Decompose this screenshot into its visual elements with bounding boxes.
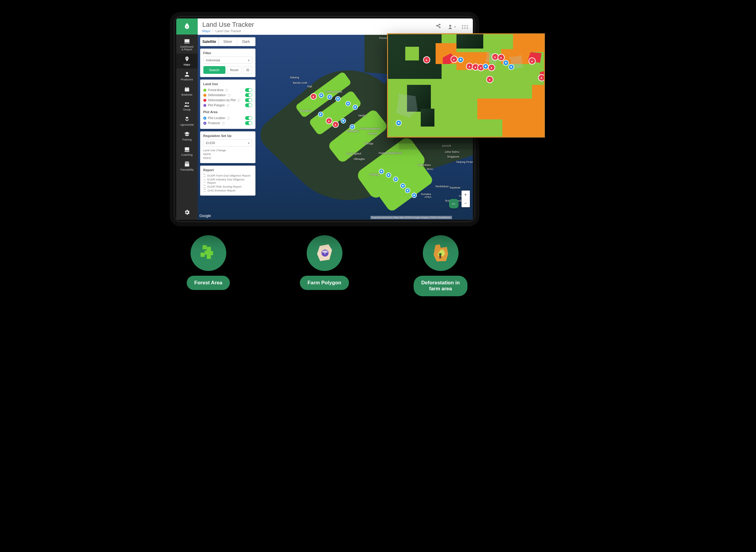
info-icon[interactable]: i (226, 104, 230, 107)
download-icon (203, 180, 206, 182)
tile-tab-satellite[interactable]: Satellite (200, 37, 218, 46)
regulation-option[interactable]: NDPE (203, 152, 252, 156)
reset-button[interactable]: Reset (227, 66, 242, 74)
filter-sliders-button[interactable] (243, 66, 252, 74)
nav-traceability[interactable]: Traceability (176, 159, 198, 173)
map-pin-plot[interactable] (319, 93, 324, 98)
map-pin-plot[interactable] (393, 176, 399, 182)
map-pin-alert[interactable] (332, 121, 339, 128)
info-icon[interactable]: i (222, 122, 225, 125)
nav-dashboard[interactable]: Dashboard & Report (176, 36, 198, 53)
map-pin-plot[interactable] (405, 188, 410, 193)
inset-pin-alert[interactable] (528, 57, 536, 64)
search-button[interactable]: Search (203, 66, 225, 74)
report-label: EUDR Farm Due Diligence Report (207, 174, 251, 177)
inset-pin-plot[interactable] (396, 120, 402, 126)
regulation-option[interactable]: Land Use Change (203, 148, 252, 152)
plotarea-toggle[interactable] (245, 121, 252, 125)
download-icon (203, 189, 206, 192)
city-label: Sidikalang (346, 130, 359, 133)
chat-button[interactable]: ••• (449, 199, 459, 209)
map-pin-alert[interactable] (326, 118, 332, 124)
landuse-toggle[interactable] (245, 103, 252, 107)
report-row[interactable]: EUDR Farm Due Diligence Report (203, 173, 252, 177)
svg-rect-2 (204, 251, 209, 255)
inset-pin-alert[interactable] (538, 74, 545, 81)
nav-training[interactable]: Training (176, 129, 198, 143)
map-pin-plot[interactable] (341, 118, 346, 124)
tile-style-tabs: Satellite Silver Dark (200, 37, 256, 46)
inset-pin-alert[interactable] (423, 56, 430, 63)
user-icon[interactable]: ▾ (447, 24, 456, 30)
info-icon[interactable]: i (227, 117, 230, 120)
map-pin-plot[interactable] (352, 105, 358, 110)
city-label: Parapat (368, 132, 377, 135)
zoom-in-button[interactable]: + (462, 190, 470, 199)
report-row[interactable]: EUDR Risk Scoring Report (203, 184, 252, 188)
inset-pin-plot[interactable] (503, 60, 509, 66)
map-pin-plot[interactable] (412, 193, 417, 198)
city-label: Singapore (447, 155, 459, 158)
zoom-out-button[interactable]: − (462, 199, 470, 207)
inset-pin-alert[interactable] (451, 56, 458, 63)
info-icon[interactable]: i (228, 94, 231, 97)
report-row[interactable]: GHG Emission Report (203, 188, 252, 192)
map-pin-plot[interactable] (386, 172, 391, 178)
map-pin-plot[interactable] (318, 112, 323, 117)
report-row[interactable]: EUDR Industry Due Diligence Report (203, 177, 252, 184)
regulation-select[interactable]: EUDR (203, 139, 252, 146)
landuse-label: Plot Polygon (208, 104, 225, 107)
map-pin-plot[interactable] (345, 101, 351, 106)
nav-agronomist[interactable]: Agronomist (176, 114, 198, 129)
svg-rect-0 (202, 245, 207, 249)
report-label: EUDR Risk Scoring Report (207, 185, 242, 188)
city-label: Pekanbaru (418, 163, 431, 166)
inset-map[interactable] (387, 33, 545, 138)
plotarea-toggle[interactable] (245, 116, 252, 120)
card-filter: Filter Indonesia Search Reset (200, 48, 256, 77)
landuse-toggle[interactable] (245, 93, 252, 97)
landuse-toggle[interactable] (245, 98, 252, 102)
inset-pin-alert[interactable] (486, 76, 493, 83)
crumb-maps[interactable]: Maps (202, 29, 210, 33)
city-label: Padang (370, 173, 379, 176)
brand-logo[interactable] (176, 18, 198, 34)
svg-rect-3 (200, 253, 204, 257)
map-pin-plot[interactable] (349, 124, 355, 130)
city-label: RIAU (427, 168, 434, 171)
share-icon[interactable] (435, 23, 441, 30)
regulation-option[interactable]: RSPO (203, 156, 252, 160)
inset-pin-alert[interactable] (497, 54, 505, 61)
nav-coaching[interactable]: Coaching (176, 144, 198, 159)
filter-country-select[interactable]: Indonesia (203, 56, 252, 64)
map-pin-plot[interactable] (400, 183, 406, 188)
tile-tab-dark[interactable]: Dark (237, 37, 255, 46)
inset-pin-alert[interactable] (488, 64, 495, 71)
landuse-title: Land Use (203, 82, 252, 86)
landuse-toggle[interactable] (245, 88, 252, 92)
breadcrumb: Maps / Land Use Tracker (202, 29, 435, 33)
info-icon[interactable]: i (237, 99, 240, 102)
info-icon[interactable]: i (225, 89, 228, 92)
tile-tab-silver[interactable]: Silver (218, 37, 237, 46)
nav-maps[interactable]: Maps (176, 53, 198, 68)
inset-pin-plot[interactable] (458, 57, 464, 63)
nav-producers[interactable]: Producers (176, 68, 198, 83)
plotarea-title: Plot Area (203, 110, 252, 114)
map-pin-alert[interactable] (310, 93, 317, 100)
page-title: Land Use Tracker (202, 21, 435, 29)
city-label: Sigli (307, 85, 312, 88)
apps-icon[interactable] (462, 25, 468, 29)
inset-pin-plot[interactable] (483, 63, 489, 70)
nav-business[interactable]: Business (176, 84, 198, 99)
map-pin-plot[interactable] (327, 94, 332, 100)
inset-pin-plot[interactable] (508, 64, 514, 70)
nav-label: Agronomist (180, 124, 194, 126)
download-icon (203, 185, 206, 188)
swatch-icon (203, 99, 206, 102)
nav-group[interactable]: Group (176, 99, 198, 113)
map-pin-plot[interactable] (379, 169, 384, 174)
map-pin-plot[interactable] (335, 96, 341, 102)
nav-settings[interactable] (184, 205, 190, 220)
landuse-label: Deforestation (208, 94, 226, 97)
